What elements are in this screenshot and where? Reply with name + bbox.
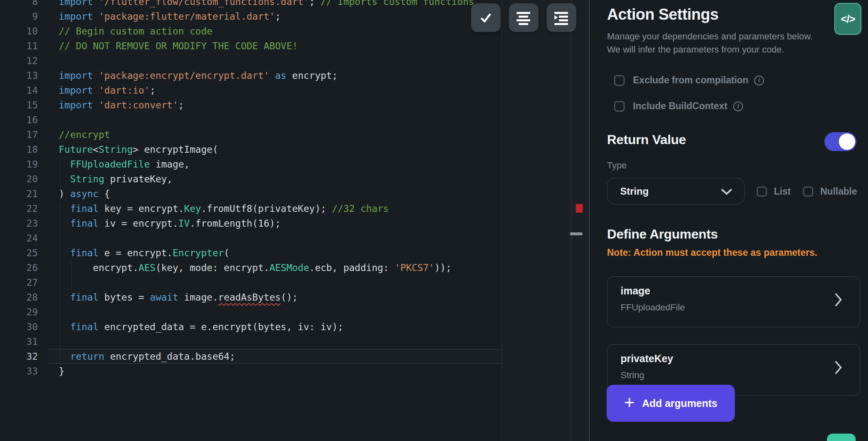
nullable-checkbox[interactable]	[803, 186, 813, 197]
column-ruler	[501, 0, 502, 441]
code-line-25[interactable]: 25 final e = encrypt.Encrypter(	[0, 246, 589, 260]
return-value-heading: Return Value	[607, 132, 686, 147]
code-text: import 'package:flutter/material.dart';	[59, 9, 281, 24]
check-code-button[interactable]	[471, 3, 501, 32]
code-line-30[interactable]: 30 final encrypted_data = e.encrypt(byte…	[0, 319, 589, 334]
code-line-15[interactable]: 15import 'dart:convert';	[0, 98, 589, 113]
nullable-label: Nullable	[820, 186, 857, 197]
check-icon	[478, 9, 494, 26]
arguments-note: Note: Action must accept these as parame…	[607, 247, 817, 258]
code-line-22[interactable]: 22 final key = encrypt.Key.fromUtf8(priv…	[0, 201, 589, 216]
line-number: 13	[0, 68, 38, 83]
code-line-12[interactable]: 12	[0, 53, 589, 68]
line-number: 14	[0, 83, 38, 98]
code-line-26[interactable]: 26 encrypt.AES(key, mode: encrypt.AESMod…	[0, 260, 589, 275]
code-line-18[interactable]: 18Future<String> encryptImage(	[0, 142, 589, 157]
line-number: 23	[0, 216, 38, 231]
code-editor[interactable]: 8import '/flutter_flow/custom_functions.…	[0, 0, 589, 441]
chevron-right-icon	[834, 292, 843, 309]
define-arguments-heading: Define Arguments	[607, 227, 718, 242]
info-icon[interactable]: i	[754, 76, 764, 85]
list-label: List	[774, 186, 791, 197]
action-settings-panel: Action Settings </> Manage your dependen…	[590, 0, 868, 441]
code-line-17[interactable]: 17//encrypt	[0, 127, 589, 142]
code-text: final iv = encrypt.IV.fromLength(16);	[59, 216, 281, 231]
line-number: 24	[0, 231, 38, 246]
code-text: import 'dart:io';	[59, 83, 155, 98]
add-arguments-button[interactable]: + Add arguments	[607, 385, 735, 422]
line-number: 9	[0, 9, 38, 24]
line-number: 15	[0, 98, 38, 113]
line-number: 21	[0, 186, 38, 201]
code-line-32[interactable]: 32 return encrypted_data.base64;	[0, 349, 589, 364]
code-line-24[interactable]: 24	[0, 231, 589, 246]
line-number: 28	[0, 290, 38, 305]
code-text: String privateKey,	[59, 172, 173, 186]
overview-error-marker[interactable]	[576, 204, 583, 213]
code-line-20[interactable]: 20 String privateKey,	[0, 172, 589, 186]
exclude-compilation-row: Exclude from compilation i	[614, 75, 764, 86]
argument-card-image[interactable]: image FFUploadedFile	[607, 276, 860, 327]
argument-type: FFUploadedFile	[621, 302, 685, 313]
return-value-toggle[interactable]	[824, 132, 856, 151]
code-line-9[interactable]: 9import 'package:flutter/material.dart';	[0, 9, 589, 24]
line-number: 30	[0, 319, 38, 334]
panel-subtitle-line2: We will infer the parameters from your c…	[607, 44, 784, 55]
line-number: 20	[0, 172, 38, 186]
argument-name: privateKey	[621, 353, 673, 365]
exclude-compilation-checkbox[interactable]	[614, 75, 625, 86]
code-text: return encrypted_data.base64;	[59, 349, 235, 364]
overview-ruler-edge	[571, 0, 571, 441]
code-text: }	[59, 364, 65, 379]
type-dropdown-value: String	[620, 186, 649, 197]
code-text: // DO NOT REMOVE OR MODIFY THE CODE ABOV…	[59, 39, 298, 53]
toggle-knob	[839, 133, 855, 150]
code-line-11[interactable]: 11// DO NOT REMOVE OR MODIFY THE CODE AB…	[0, 39, 589, 53]
code-text: ) async {	[59, 186, 110, 201]
code-line-14[interactable]: 14import 'dart:io';	[0, 83, 589, 98]
code-text: import '/flutter_flow/custom_functions.d…	[59, 0, 474, 9]
code-line-10[interactable]: 10// Begin custom action code	[0, 24, 589, 39]
code-line-16[interactable]: 16	[0, 113, 589, 127]
scrollbar-handle[interactable]	[570, 232, 582, 235]
line-number: 31	[0, 334, 38, 349]
code-text: final e = encrypt.Encrypter(	[59, 246, 229, 260]
line-number: 19	[0, 157, 38, 172]
code-line-27[interactable]: 27	[0, 275, 589, 290]
indent-icon	[553, 9, 570, 26]
include-buildcontext-label: Include BuildContext	[633, 101, 727, 112]
format-code-button[interactable]	[509, 3, 538, 32]
line-number: 16	[0, 113, 38, 127]
corner-action-button[interactable]	[827, 434, 856, 441]
code-text: final key = encrypt.Key.fromUtf8(private…	[59, 201, 389, 216]
code-lines: 8import '/flutter_flow/custom_functions.…	[0, 0, 589, 379]
line-number: 22	[0, 201, 38, 216]
list-checkbox[interactable]	[757, 186, 767, 197]
argument-type: String	[621, 370, 644, 381]
list-option: List	[757, 186, 791, 197]
code-line-23[interactable]: 23 final iv = encrypt.IV.fromLength(16);	[0, 216, 589, 231]
indent-code-button[interactable]	[547, 3, 576, 32]
argument-name: image	[621, 285, 650, 297]
code-view-toggle-button[interactable]: </>	[834, 3, 861, 35]
line-number: 25	[0, 246, 38, 260]
code-line-21[interactable]: 21) async {	[0, 186, 589, 201]
plus-icon: +	[624, 392, 635, 413]
indent-guide	[71, 261, 72, 291]
code-line-33[interactable]: 33}	[0, 364, 589, 379]
code-line-19[interactable]: 19 FFUploadedFile image,	[0, 157, 589, 172]
code-line-29[interactable]: 29	[0, 305, 589, 319]
line-number: 33	[0, 364, 38, 379]
include-buildcontext-checkbox[interactable]	[614, 101, 625, 112]
line-number: 29	[0, 305, 38, 319]
indent-guide	[60, 202, 60, 364]
code-line-31[interactable]: 31	[0, 334, 589, 349]
panel-subtitle-line1: Manage your dependencies and parameters …	[607, 31, 813, 42]
type-dropdown[interactable]: String	[607, 178, 745, 204]
info-icon[interactable]: i	[733, 101, 743, 111]
code-line-28[interactable]: 28 final bytes = await image.readAsBytes…	[0, 290, 589, 305]
code-line-8[interactable]: 8import '/flutter_flow/custom_functions.…	[0, 0, 589, 9]
line-number: 8	[0, 0, 38, 9]
code-text: encrypt.AES(key, mode: encrypt.AESMode.e…	[59, 260, 452, 275]
code-line-13[interactable]: 13import 'package:encrypt/encrypt.dart' …	[0, 68, 589, 83]
